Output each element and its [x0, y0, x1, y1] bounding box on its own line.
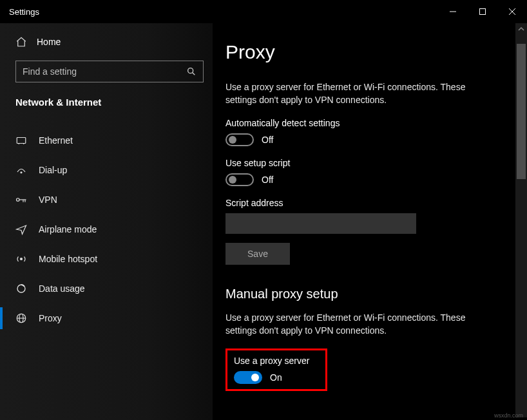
sidebar-item-hotspot[interactable]: Mobile hotspot	[0, 244, 213, 274]
category-heading: Network & Internet	[0, 86, 213, 114]
highlight-box: Use a proxy server On	[225, 348, 327, 391]
home-icon	[15, 36, 27, 48]
sidebar-item-label: Data usage	[39, 283, 85, 294]
use-script-state: Off	[262, 175, 273, 185]
close-button[interactable]	[497, 0, 527, 23]
search-icon	[186, 66, 196, 77]
home-nav[interactable]: Home	[0, 30, 213, 54]
vpn-icon	[15, 194, 27, 205]
minimize-button[interactable]	[438, 0, 468, 23]
hotspot-icon	[15, 253, 27, 265]
window-title: Settings	[9, 7, 39, 17]
watermark: wsxdn.com	[494, 412, 523, 419]
svg-point-10	[17, 198, 20, 202]
svg-rect-6	[17, 138, 26, 144]
home-label: Home	[37, 37, 61, 47]
svg-point-14	[21, 258, 23, 260]
script-address-label: Script address	[225, 198, 514, 208]
sidebar-item-proxy[interactable]: Proxy	[0, 303, 213, 333]
use-proxy-label: Use a proxy server	[234, 356, 319, 366]
sidebar-item-dialup[interactable]: Dial-up	[0, 155, 213, 185]
scrollbar-thumb[interactable]	[517, 44, 526, 179]
sidebar-item-label: VPN	[39, 195, 57, 205]
datausage-icon	[15, 283, 27, 294]
sidebar-item-label: Airplane mode	[39, 224, 97, 234]
airplane-icon	[15, 224, 27, 235]
dialup-icon	[15, 164, 27, 176]
vertical-scrollbar[interactable]	[515, 23, 527, 417]
sidebar-item-label: Proxy	[39, 313, 62, 323]
search-input[interactable]	[23, 66, 186, 77]
maximize-button[interactable]	[468, 0, 497, 23]
auto-detect-state: Off	[262, 135, 273, 145]
use-proxy-state: On	[270, 372, 282, 383]
use-script-toggle[interactable]	[225, 173, 254, 186]
sidebar-item-ethernet[interactable]: Ethernet	[0, 126, 213, 155]
script-address-input[interactable]	[225, 213, 416, 234]
auto-detect-toggle[interactable]	[225, 133, 254, 146]
sidebar-item-label: Mobile hotspot	[39, 254, 97, 264]
ethernet-icon	[15, 135, 27, 146]
sidebar-item-vpn[interactable]: VPN	[0, 185, 213, 215]
sidebar-item-label: Ethernet	[39, 135, 73, 146]
auto-detect-label: Automatically detect settings	[225, 118, 514, 128]
svg-line-5	[193, 73, 195, 75]
proxy-icon	[15, 312, 27, 324]
sidebar-item-airplane[interactable]: Airplane mode	[0, 215, 213, 244]
scroll-up-arrow[interactable]	[515, 23, 527, 35]
use-proxy-toggle[interactable]	[234, 371, 262, 384]
manual-description: Use a proxy server for Ethernet or Wi-Fi…	[225, 312, 496, 337]
svg-rect-1	[480, 9, 486, 15]
sidebar-item-datausage[interactable]: Data usage	[0, 274, 213, 303]
sidebar-item-label: Dial-up	[39, 165, 67, 175]
svg-point-4	[188, 68, 193, 73]
auto-description: Use a proxy server for Ethernet or Wi-Fi…	[225, 81, 496, 106]
search-field[interactable]	[15, 61, 204, 82]
svg-point-9	[21, 172, 22, 173]
save-button[interactable]: Save	[225, 243, 290, 265]
page-title: Proxy	[225, 41, 514, 63]
manual-section-title: Manual proxy setup	[225, 287, 514, 301]
use-script-label: Use setup script	[225, 158, 514, 168]
